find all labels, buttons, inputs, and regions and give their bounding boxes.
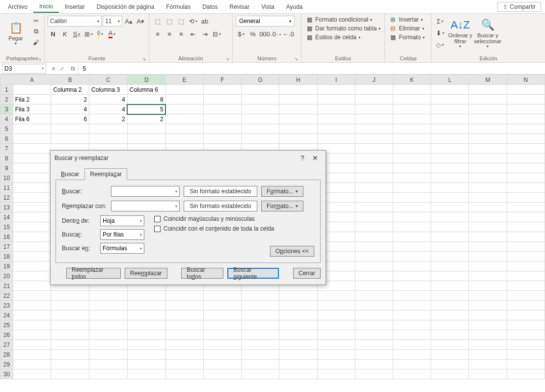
dialog-close-button[interactable]: ✕: [309, 154, 322, 162]
increase-decimal-button[interactable]: .0→: [271, 28, 282, 39]
cell[interactable]: Columna 3: [89, 85, 128, 95]
cell[interactable]: [279, 311, 317, 320]
cell[interactable]: [355, 291, 393, 301]
cell[interactable]: [431, 320, 469, 330]
cell[interactable]: [507, 281, 545, 291]
cell[interactable]: [279, 330, 317, 340]
cell[interactable]: [279, 105, 317, 114]
cell[interactable]: [469, 330, 507, 340]
cell[interactable]: [393, 193, 431, 203]
cell[interactable]: [89, 360, 128, 369]
cell[interactable]: [279, 360, 317, 369]
row-header[interactable]: 4: [0, 114, 13, 124]
cell[interactable]: [242, 311, 279, 320]
lookin-combo[interactable]: Fórmulas▾: [100, 243, 144, 254]
cell[interactable]: [431, 212, 469, 222]
cell[interactable]: [203, 105, 241, 114]
fill-button[interactable]: ⬇: [435, 27, 445, 38]
cell[interactable]: [279, 114, 317, 124]
cell[interactable]: [127, 124, 165, 134]
name-box[interactable]: D3▾: [2, 64, 46, 74]
cell[interactable]: [355, 105, 393, 114]
cell[interactable]: [431, 173, 469, 183]
cell[interactable]: [393, 183, 431, 193]
row-header[interactable]: 26: [0, 330, 13, 340]
row-header[interactable]: 11: [0, 183, 13, 193]
match-entire-checkbox[interactable]: Coincidir con el contenido de toda la ce…: [154, 225, 274, 232]
cell[interactable]: [469, 252, 507, 261]
cell[interactable]: [317, 330, 355, 340]
cell[interactable]: [279, 124, 317, 134]
cell[interactable]: Columna 6: [127, 85, 165, 95]
cell[interactable]: [127, 350, 165, 360]
cell[interactable]: [13, 134, 51, 144]
row-header[interactable]: 8: [0, 154, 13, 163]
cell[interactable]: 4: [89, 95, 128, 105]
cell[interactable]: [393, 281, 431, 291]
cell[interactable]: [507, 271, 545, 281]
row-header[interactable]: 17: [0, 242, 13, 252]
align-middle-button[interactable]: ⬚: [164, 16, 175, 26]
cell[interactable]: [203, 95, 241, 105]
cell[interactable]: [355, 360, 393, 369]
cell[interactable]: [13, 311, 51, 320]
row-header[interactable]: 22: [0, 291, 13, 301]
row-header[interactable]: 10: [0, 173, 13, 183]
cell[interactable]: [469, 144, 507, 154]
cell[interactable]: [203, 369, 241, 379]
cell[interactable]: [13, 193, 51, 203]
cell[interactable]: [242, 114, 279, 124]
cell[interactable]: [242, 320, 279, 330]
cell[interactable]: [393, 242, 431, 252]
cell[interactable]: [431, 271, 469, 281]
cell[interactable]: [51, 134, 89, 144]
cell[interactable]: [507, 154, 545, 163]
find-next-button[interactable]: Buscar siguiente: [227, 268, 279, 279]
cell[interactable]: [431, 311, 469, 320]
cell[interactable]: [51, 350, 89, 360]
cell[interactable]: [393, 320, 431, 330]
cell[interactable]: [13, 369, 51, 379]
clear-button[interactable]: ◇: [435, 39, 445, 50]
orientation-button[interactable]: ⟲: [188, 16, 198, 26]
cell[interactable]: [355, 95, 393, 105]
cell[interactable]: [393, 85, 431, 95]
cell[interactable]: [279, 350, 317, 360]
cell[interactable]: [13, 252, 51, 261]
replace-all-button[interactable]: Reemplazar todos: [66, 268, 121, 279]
find-all-button[interactable]: Buscar todos: [181, 268, 223, 279]
cell[interactable]: [431, 134, 469, 144]
cell[interactable]: [355, 154, 393, 163]
sort-filter-button[interactable]: A↓Z Ordenar y filtrar▾: [447, 16, 473, 51]
cell[interactable]: [203, 114, 241, 124]
cell[interactable]: [469, 291, 507, 301]
font-size-combo[interactable]: 11▾: [103, 16, 122, 26]
cell[interactable]: [13, 173, 51, 183]
column-header[interactable]: I: [317, 75, 355, 85]
cell[interactable]: [165, 311, 203, 320]
cell[interactable]: [393, 144, 431, 154]
cell[interactable]: Columna 2: [51, 85, 89, 95]
row-header[interactable]: 5: [0, 124, 13, 134]
cell[interactable]: [393, 95, 431, 105]
cell[interactable]: [165, 320, 203, 330]
column-header[interactable]: C: [89, 75, 128, 85]
cell[interactable]: [89, 340, 128, 350]
dialog-help-button[interactable]: ?: [296, 154, 309, 162]
italic-button[interactable]: K: [59, 28, 70, 39]
cell[interactable]: [317, 114, 355, 124]
cell[interactable]: [13, 340, 51, 350]
cell[interactable]: [242, 291, 279, 301]
cell[interactable]: [13, 212, 51, 222]
cell[interactable]: [431, 261, 469, 271]
cell[interactable]: [355, 340, 393, 350]
cell[interactable]: [242, 369, 279, 379]
cell[interactable]: [13, 301, 51, 311]
match-case-checkbox[interactable]: Coincidir mayúsculas y minúsculas: [154, 215, 274, 222]
menu-archivo[interactable]: Archivo: [2, 1, 33, 12]
cell[interactable]: [507, 311, 545, 320]
column-header[interactable]: G: [242, 75, 279, 85]
cell[interactable]: [203, 350, 241, 360]
thousands-button[interactable]: 000: [259, 28, 270, 39]
column-header[interactable]: L: [431, 75, 469, 85]
